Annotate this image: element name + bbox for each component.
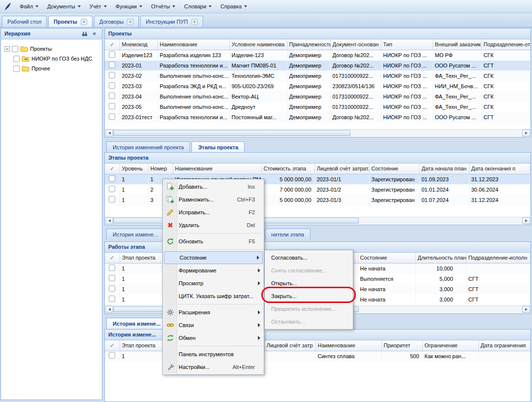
table-row[interactable]: Изделие123Разработка изделия 123Изделие-… — [105, 50, 531, 60]
menu-dictionaries[interactable]: Словари — [180, 1, 216, 11]
tab-instructions[interactable]: Инструкции ПУП× — [140, 16, 203, 27]
column-header[interactable]: Дата ограничения — [478, 340, 531, 351]
menu-item-formation[interactable]: Формирование — [163, 264, 264, 277]
tab-project-history[interactable]: История изменений проекта — [106, 141, 190, 152]
table-row[interactable]: 2023-04Выполнение опытно-конс...Вектор-А… — [105, 91, 531, 101]
scroll-right-button[interactable] — [522, 130, 530, 136]
column-header[interactable]: Тип — [381, 39, 433, 50]
menu-item-links[interactable]: Связи — [163, 319, 264, 332]
menu-item-add[interactable]: Добавить... Ins — [163, 180, 264, 193]
column-header[interactable]: Наименование — [157, 39, 229, 50]
scroll-thumb[interactable] — [113, 130, 350, 136]
column-header-check[interactable]: ✓ — [105, 39, 120, 50]
scroll-left-button[interactable] — [105, 217, 113, 224]
column-header[interactable]: Номер — [148, 164, 173, 174]
menu-accounting[interactable]: Учёт — [85, 1, 111, 11]
menu-documents[interactable]: Документы — [43, 1, 85, 11]
column-header-check[interactable]: ✓ — [105, 164, 120, 174]
column-header[interactable]: Стоимость этапа — [261, 164, 314, 174]
row-checkbox[interactable] — [109, 103, 115, 109]
row-checkbox[interactable] — [109, 72, 115, 78]
column-header[interactable]: Этап проекта — [120, 340, 166, 351]
tree-checkbox[interactable] — [13, 66, 20, 72]
column-header[interactable]: Состояние — [369, 164, 419, 174]
row-checkbox[interactable] — [109, 113, 115, 120]
row-checkbox[interactable] — [109, 352, 115, 359]
row-checkbox[interactable] — [109, 196, 115, 202]
column-header[interactable]: Внешний заказчик — [433, 39, 481, 50]
scroll-left-button[interactable] — [105, 306, 113, 313]
tree-checkbox[interactable] — [12, 46, 18, 52]
horizontal-scrollbar[interactable] — [105, 129, 530, 136]
menu-item-exchange[interactable]: Обмен — [163, 332, 264, 344]
menu-help[interactable]: Справка — [216, 1, 251, 11]
menu-item-state[interactable]: Состояние — [164, 251, 263, 264]
column-header[interactable]: Подразделение-исполн — [466, 253, 531, 263]
menu-reports[interactable]: Отчёты — [147, 1, 180, 11]
column-header[interactable]: Этап проекта — [120, 253, 166, 263]
table-row[interactable]: 2023-03Разработка ЭКД и РКД н...905-U020… — [105, 81, 531, 91]
column-header[interactable]: Подразделение-от — [481, 39, 531, 50]
tab-stage-executors[interactable]: нители этапа — [265, 229, 311, 239]
menu-item-delete[interactable]: Удалить Del — [163, 219, 264, 232]
menu-item-citk-cost-code[interactable]: ЦИТК. Указать шифр затрат... — [163, 290, 264, 302]
column-header[interactable]: Приоритет — [381, 340, 422, 351]
menu-item-extensions[interactable]: Расширения — [163, 306, 264, 319]
tree-item-projects[interactable]: Проекты — [4, 44, 100, 54]
search-icon[interactable] — [80, 30, 89, 38]
row-checkbox[interactable] — [109, 275, 115, 281]
column-header-check[interactable]: ✓ — [105, 340, 120, 351]
row-checkbox[interactable] — [109, 93, 115, 99]
close-icon[interactable]: × — [127, 19, 133, 25]
menu-item-settings[interactable]: Настройки... Alt+Enter — [163, 361, 264, 373]
submenu-item-close[interactable]: Закрыть... — [265, 290, 353, 302]
column-header[interactable]: Документ-основан — [330, 39, 381, 50]
column-header-check[interactable]: ✓ — [105, 253, 120, 263]
collapse-node-icon[interactable] — [4, 46, 10, 52]
column-header[interactable]: Дата начала план — [419, 164, 469, 174]
collapse-sidebar-icon[interactable]: « — [90, 30, 98, 38]
column-header[interactable]: Длительность план — [415, 253, 466, 263]
tab-desktop[interactable]: Рабочий стол — [2, 16, 47, 27]
column-header[interactable]: Принадлежность — [287, 39, 330, 50]
tree-item-other[interactable]: Прочее — [4, 64, 100, 73]
column-header[interactable]: Условное наименова — [229, 39, 287, 50]
row-checkbox[interactable] — [109, 285, 115, 292]
menu-file[interactable]: Файл — [15, 1, 43, 11]
tab-contracts[interactable]: Договоры× — [94, 16, 139, 27]
submenu-item-open[interactable]: Открыть... — [265, 277, 353, 290]
menu-item-clone[interactable]: Размножить... Ctrl+F3 — [163, 193, 264, 206]
tab-stage-history[interactable]: История измене... — [106, 229, 164, 239]
column-header[interactable]: Уровень — [120, 164, 148, 174]
tab-project-stages[interactable]: Этапы проекта — [191, 141, 245, 152]
column-header[interactable]: Лицевой счёт затрат. — [314, 164, 369, 174]
row-checkbox[interactable] — [109, 175, 115, 182]
table-row[interactable]: 2023-01Разработка технологии и...Магнит … — [105, 60, 531, 70]
table-row[interactable]: 2023-02Выполнение опытно-конс...Технолог… — [105, 70, 531, 81]
row-checkbox[interactable] — [109, 62, 115, 68]
close-icon[interactable]: × — [81, 19, 87, 25]
menu-functions[interactable]: Функции — [111, 1, 147, 11]
tree-item-niokr[interactable]: НИОКР по ГОЗ без НДС — [4, 54, 100, 64]
column-header[interactable]: Наименование — [315, 340, 381, 351]
tab-work-history[interactable]: История измене... — [106, 318, 167, 329]
row-checkbox[interactable] — [109, 296, 115, 302]
row-checkbox[interactable] — [109, 82, 115, 89]
column-header[interactable]: Наименование — [173, 164, 261, 174]
table-row[interactable]: 2023-01тестРазработка технологии и...Пос… — [105, 112, 531, 122]
row-checkbox[interactable] — [109, 186, 115, 192]
row-checkbox[interactable] — [109, 51, 115, 58]
column-header[interactable]: Мнемокод — [120, 39, 157, 50]
scroll-left-button[interactable] — [105, 130, 113, 136]
tree-checkbox[interactable] — [13, 56, 20, 62]
tab-projects[interactable]: Проекты× — [48, 16, 93, 27]
column-header[interactable]: Лицевой счёт затр — [264, 340, 315, 351]
menu-item-edit[interactable]: Исправить... F2 — [163, 206, 264, 219]
column-header[interactable]: Ограничение — [422, 340, 478, 351]
menu-item-refresh[interactable]: Обновить F5 — [163, 235, 264, 248]
submenu-item-approve[interactable]: Согласовать... — [265, 251, 353, 264]
column-header[interactable]: Дата окончания п — [469, 164, 531, 174]
table-row[interactable]: 2023-05Выполнение опытно-конс...Дредноут… — [105, 101, 531, 112]
column-header[interactable]: Состояние — [358, 253, 415, 263]
scroll-right-button[interactable] — [522, 306, 530, 313]
